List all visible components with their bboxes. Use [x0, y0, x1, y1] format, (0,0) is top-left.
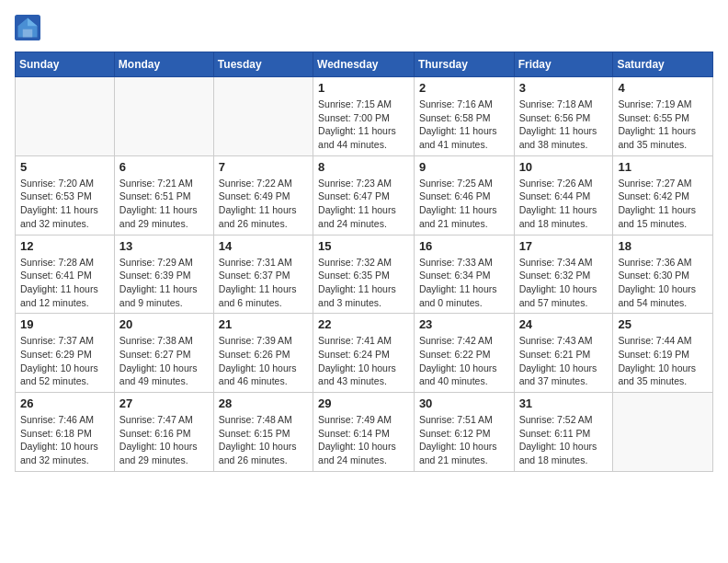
weekday-header-wednesday: Wednesday [313, 52, 415, 77]
day-number: 3 [519, 81, 609, 95]
calendar-cell: 3Sunrise: 7:18 AM Sunset: 6:56 PM Daylig… [514, 77, 613, 156]
day-number: 30 [419, 396, 509, 410]
day-number: 21 [219, 317, 308, 331]
svg-rect-3 [23, 29, 33, 38]
calendar-cell: 5Sunrise: 7:20 AM Sunset: 6:53 PM Daylig… [16, 155, 115, 235]
weekday-header-tuesday: Tuesday [213, 52, 313, 77]
day-info: Sunrise: 7:21 AM Sunset: 6:51 PM Dayligh… [119, 177, 209, 231]
weekday-header-thursday: Thursday [414, 52, 514, 77]
day-info: Sunrise: 7:23 AM Sunset: 6:47 PM Dayligh… [318, 177, 409, 231]
day-number: 2 [419, 81, 509, 95]
day-number: 8 [318, 160, 409, 174]
calendar-cell: 15Sunrise: 7:32 AM Sunset: 6:35 PM Dayli… [313, 235, 415, 314]
calendar-cell: 7Sunrise: 7:22 AM Sunset: 6:49 PM Daylig… [213, 155, 313, 235]
calendar-cell: 12Sunrise: 7:28 AM Sunset: 6:41 PM Dayli… [16, 235, 115, 314]
page-header [15, 15, 713, 44]
calendar-cell: 31Sunrise: 7:52 AM Sunset: 6:11 PM Dayli… [514, 393, 613, 472]
day-info: Sunrise: 7:22 AM Sunset: 6:49 PM Dayligh… [219, 177, 308, 231]
day-info: Sunrise: 7:29 AM Sunset: 6:39 PM Dayligh… [119, 256, 209, 310]
calendar-week-3: 12Sunrise: 7:28 AM Sunset: 6:41 PM Dayli… [16, 235, 713, 314]
day-info: Sunrise: 7:37 AM Sunset: 6:29 PM Dayligh… [20, 334, 109, 388]
day-info: Sunrise: 7:31 AM Sunset: 6:37 PM Dayligh… [219, 256, 308, 310]
calendar-cell: 17Sunrise: 7:34 AM Sunset: 6:32 PM Dayli… [514, 235, 613, 314]
day-number: 18 [618, 239, 708, 253]
calendar-cell: 26Sunrise: 7:46 AM Sunset: 6:18 PM Dayli… [16, 393, 115, 472]
day-info: Sunrise: 7:43 AM Sunset: 6:21 PM Dayligh… [519, 334, 609, 388]
day-info: Sunrise: 7:18 AM Sunset: 6:56 PM Dayligh… [519, 98, 609, 152]
day-number: 19 [20, 317, 109, 331]
day-info: Sunrise: 7:34 AM Sunset: 6:32 PM Dayligh… [519, 256, 609, 310]
day-number: 31 [519, 396, 609, 410]
calendar-cell: 4Sunrise: 7:19 AM Sunset: 6:55 PM Daylig… [613, 77, 713, 156]
day-info: Sunrise: 7:20 AM Sunset: 6:53 PM Dayligh… [20, 177, 109, 231]
calendar-cell [213, 77, 313, 156]
calendar-cell: 18Sunrise: 7:36 AM Sunset: 6:30 PM Dayli… [613, 235, 713, 314]
calendar-table: SundayMondayTuesdayWednesdayThursdayFrid… [15, 52, 713, 472]
calendar-cell: 8Sunrise: 7:23 AM Sunset: 6:47 PM Daylig… [313, 155, 415, 235]
calendar-cell: 16Sunrise: 7:33 AM Sunset: 6:34 PM Dayli… [414, 235, 514, 314]
day-info: Sunrise: 7:33 AM Sunset: 6:34 PM Dayligh… [419, 256, 509, 310]
logo [15, 15, 44, 44]
calendar-cell: 6Sunrise: 7:21 AM Sunset: 6:51 PM Daylig… [114, 155, 213, 235]
day-info: Sunrise: 7:38 AM Sunset: 6:27 PM Dayligh… [119, 334, 209, 388]
calendar-week-1: 1Sunrise: 7:15 AM Sunset: 7:00 PM Daylig… [16, 77, 713, 156]
calendar-cell: 14Sunrise: 7:31 AM Sunset: 6:37 PM Dayli… [213, 235, 313, 314]
day-number: 23 [419, 317, 509, 331]
day-info: Sunrise: 7:27 AM Sunset: 6:42 PM Dayligh… [618, 177, 708, 231]
calendar-cell: 29Sunrise: 7:49 AM Sunset: 6:14 PM Dayli… [313, 393, 415, 472]
calendar-cell: 2Sunrise: 7:16 AM Sunset: 6:58 PM Daylig… [414, 77, 514, 156]
calendar-week-4: 19Sunrise: 7:37 AM Sunset: 6:29 PM Dayli… [16, 314, 713, 393]
calendar-cell: 25Sunrise: 7:44 AM Sunset: 6:19 PM Dayli… [613, 314, 713, 393]
calendar-cell: 11Sunrise: 7:27 AM Sunset: 6:42 PM Dayli… [613, 155, 713, 235]
weekday-header-saturday: Saturday [613, 52, 713, 77]
day-number: 10 [519, 160, 609, 174]
day-number: 14 [219, 239, 308, 253]
calendar-cell: 27Sunrise: 7:47 AM Sunset: 6:16 PM Dayli… [114, 393, 213, 472]
calendar-cell: 22Sunrise: 7:41 AM Sunset: 6:24 PM Dayli… [313, 314, 415, 393]
calendar-cell: 19Sunrise: 7:37 AM Sunset: 6:29 PM Dayli… [16, 314, 115, 393]
calendar-cell: 1Sunrise: 7:15 AM Sunset: 7:00 PM Daylig… [313, 77, 415, 156]
day-info: Sunrise: 7:28 AM Sunset: 6:41 PM Dayligh… [20, 256, 109, 310]
logo-icon [15, 15, 40, 44]
day-number: 4 [618, 81, 708, 95]
day-number: 12 [20, 239, 109, 253]
day-info: Sunrise: 7:47 AM Sunset: 6:16 PM Dayligh… [119, 413, 209, 467]
day-info: Sunrise: 7:32 AM Sunset: 6:35 PM Dayligh… [318, 256, 409, 310]
day-info: Sunrise: 7:19 AM Sunset: 6:55 PM Dayligh… [618, 98, 708, 152]
weekday-header-monday: Monday [114, 52, 213, 77]
calendar-cell [114, 77, 213, 156]
day-number: 1 [318, 81, 409, 95]
day-number: 22 [318, 317, 409, 331]
calendar-cell [16, 77, 115, 156]
calendar-cell: 23Sunrise: 7:42 AM Sunset: 6:22 PM Dayli… [414, 314, 514, 393]
day-number: 29 [318, 396, 409, 410]
day-info: Sunrise: 7:26 AM Sunset: 6:44 PM Dayligh… [519, 177, 609, 231]
day-number: 5 [20, 160, 109, 174]
weekday-header-friday: Friday [514, 52, 613, 77]
day-number: 6 [119, 160, 209, 174]
day-info: Sunrise: 7:44 AM Sunset: 6:19 PM Dayligh… [618, 334, 708, 388]
calendar-cell: 28Sunrise: 7:48 AM Sunset: 6:15 PM Dayli… [213, 393, 313, 472]
day-number: 17 [519, 239, 609, 253]
day-number: 7 [219, 160, 308, 174]
day-info: Sunrise: 7:51 AM Sunset: 6:12 PM Dayligh… [419, 413, 509, 467]
day-number: 13 [119, 239, 209, 253]
calendar-cell: 10Sunrise: 7:26 AM Sunset: 6:44 PM Dayli… [514, 155, 613, 235]
calendar-cell: 20Sunrise: 7:38 AM Sunset: 6:27 PM Dayli… [114, 314, 213, 393]
day-number: 16 [419, 239, 509, 253]
day-number: 28 [219, 396, 308, 410]
calendar-week-2: 5Sunrise: 7:20 AM Sunset: 6:53 PM Daylig… [16, 155, 713, 235]
day-number: 15 [318, 239, 409, 253]
day-info: Sunrise: 7:41 AM Sunset: 6:24 PM Dayligh… [318, 334, 409, 388]
day-info: Sunrise: 7:15 AM Sunset: 7:00 PM Dayligh… [318, 98, 409, 152]
calendar-cell: 13Sunrise: 7:29 AM Sunset: 6:39 PM Dayli… [114, 235, 213, 314]
day-number: 9 [419, 160, 509, 174]
day-info: Sunrise: 7:39 AM Sunset: 6:26 PM Dayligh… [219, 334, 308, 388]
day-info: Sunrise: 7:16 AM Sunset: 6:58 PM Dayligh… [419, 98, 509, 152]
day-number: 25 [618, 317, 708, 331]
day-number: 24 [519, 317, 609, 331]
weekday-header-row: SundayMondayTuesdayWednesdayThursdayFrid… [16, 52, 713, 77]
calendar-cell [613, 393, 713, 472]
day-info: Sunrise: 7:49 AM Sunset: 6:14 PM Dayligh… [318, 413, 409, 467]
day-number: 20 [119, 317, 209, 331]
